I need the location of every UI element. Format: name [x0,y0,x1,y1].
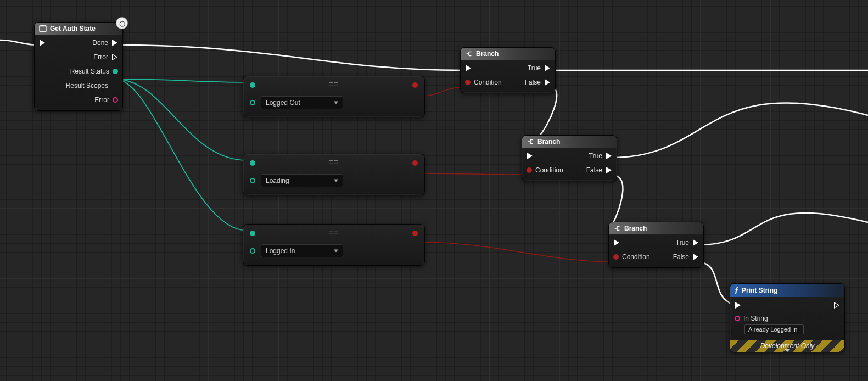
condition-pin[interactable]: Condition [465,77,502,87]
condition-pin[interactable]: Condition [527,165,563,175]
node-title: Branch [537,138,560,145]
enum-in-pin[interactable] [250,231,255,236]
branch-icon [527,138,534,145]
pin-done[interactable]: Done [66,38,118,48]
enum-cmp-pin[interactable] [250,178,255,183]
in-string-pin[interactable]: In String Already Logged In [735,315,804,334]
node-header: Get Auth State [35,23,122,35]
pin-result-status[interactable]: Result Status [66,66,118,76]
window-icon [39,25,47,32]
pin-result-scopes[interactable]: Result Scopes [66,81,118,91]
latent-badge: ◷ [116,17,128,29]
node-branch-1[interactable]: Branch Condition True False [460,47,556,93]
equals-label: == [329,80,339,88]
enum-dropdown[interactable]: Logged In [261,244,343,257]
false-pin[interactable]: False [525,77,551,87]
pin-error-data[interactable]: Error [66,95,118,105]
dropdown-value: Logged Out [266,99,300,107]
false-pin[interactable]: False [586,165,612,175]
true-pin[interactable]: True [673,238,699,248]
true-pin[interactable]: True [525,63,551,73]
condition-pin[interactable]: Condition [613,252,650,262]
development-only-banner: Development Only [730,340,844,352]
node-header: Branch [522,136,617,148]
dropdown-value: Logged In [266,247,295,255]
node-header: ƒ Print String [730,284,844,297]
function-icon: ƒ [735,286,738,295]
branch-icon [613,225,621,232]
node-header: Branch [609,222,703,234]
node-print-string[interactable]: ƒ Print String In String Already Logged … [730,283,845,352]
node-title: Print String [742,287,777,294]
bool-out-pin[interactable] [412,160,418,166]
node-get-auth-state[interactable]: ◷ Get Auth State Done Error Result Statu… [34,22,123,111]
equals-label: == [329,158,339,166]
exec-out-pin[interactable] [833,300,840,310]
node-equals-logged-in[interactable]: == Logged In [243,224,425,266]
bool-out-pin[interactable] [412,231,418,236]
node-title: Branch [476,50,499,58]
node-branch-3[interactable]: Branch Condition True False [608,222,704,268]
pin-error-exec[interactable]: Error [66,52,118,62]
exec-in-pin[interactable] [613,238,650,248]
equals-label: == [329,228,339,237]
bool-out-pin[interactable] [412,82,418,88]
node-title: Branch [624,225,647,232]
enum-in-pin[interactable] [250,82,255,88]
node-branch-2[interactable]: Branch Condition True False [522,135,617,181]
svg-rect-0 [40,26,46,32]
enum-cmp-pin[interactable] [250,248,255,254]
false-pin[interactable]: False [673,252,699,262]
enum-dropdown[interactable]: Loading [261,174,343,187]
node-equals-logged-out[interactable]: == Logged Out [243,76,425,117]
enum-in-pin[interactable] [250,160,255,166]
node-equals-loading[interactable]: == Loading [243,154,425,195]
exec-in-pin[interactable] [735,300,804,310]
exec-in-pin[interactable] [465,63,502,73]
dropdown-value: Loading [266,177,289,184]
true-pin[interactable]: True [586,151,612,161]
node-title: Get Auth State [50,25,96,32]
in-string-input[interactable]: Already Logged In [744,324,804,334]
branch-icon [465,50,473,58]
node-header: Branch [461,48,555,60]
exec-in-pin[interactable] [39,38,46,48]
in-string-value: Already Logged In [748,326,797,333]
exec-in-pin[interactable] [527,151,563,161]
enum-dropdown[interactable]: Logged Out [261,96,343,109]
enum-cmp-pin[interactable] [250,100,255,105]
